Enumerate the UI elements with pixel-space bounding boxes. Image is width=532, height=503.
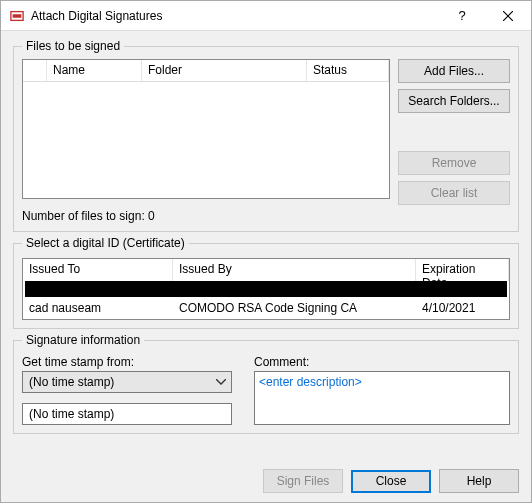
timestamp-combo-value: (No time stamp) — [29, 375, 114, 389]
signature-legend: Signature information — [22, 333, 144, 347]
files-groupbox: Files to be signed Name Folder Status Ad… — [13, 39, 519, 232]
close-icon — [503, 11, 513, 21]
dialog-content: Files to be signed Name Folder Status Ad… — [1, 31, 531, 460]
cert-col-expiration[interactable]: Expiration Date — [416, 259, 509, 281]
timestamp-label: Get time stamp from: — [22, 355, 232, 369]
cert-cell-issued-by: COMODO RSA Code Signing CA — [173, 299, 416, 317]
files-col-checkbox[interactable] — [23, 60, 47, 81]
remove-button: Remove — [398, 151, 510, 175]
certificate-legend: Select a digital ID (Certificate) — [22, 236, 189, 250]
chevron-down-icon — [214, 375, 228, 389]
files-list-header: Name Folder Status — [23, 60, 389, 82]
comment-label: Comment: — [254, 355, 510, 369]
comment-input[interactable]: <enter description> — [254, 371, 510, 425]
certificate-row[interactable]: cad nauseam COMODO RSA Code Signing CA 4… — [23, 297, 509, 319]
files-legend: Files to be signed — [22, 39, 124, 53]
files-side-buttons: Add Files... Search Folders... Remove Cl… — [398, 59, 510, 205]
timestamp-status-box: (No time stamp) — [22, 403, 232, 425]
signature-groupbox: Signature information Get time stamp fro… — [13, 333, 519, 434]
close-button[interactable]: Close — [351, 470, 431, 493]
search-folders-button[interactable]: Search Folders... — [398, 89, 510, 113]
files-list[interactable]: Name Folder Status — [22, 59, 390, 199]
help-footer-button[interactable]: Help — [439, 469, 519, 493]
svg-rect-1 — [13, 14, 22, 18]
cert-cell-expiration: 4/10/2021 — [416, 299, 509, 317]
add-files-button[interactable]: Add Files... — [398, 59, 510, 83]
cert-col-issued-to[interactable]: Issued To — [23, 259, 173, 281]
files-count: Number of files to sign: 0 — [22, 209, 510, 223]
sign-files-button: Sign Files — [263, 469, 343, 493]
titlebar: Attach Digital Signatures ? — [1, 1, 531, 31]
certificate-table[interactable]: Issued To Issued By Expiration Date cad … — [22, 258, 510, 320]
app-icon — [9, 8, 25, 24]
dialog-footer: Sign Files Close Help — [1, 460, 531, 502]
files-count-prefix: Number of files to sign: — [22, 209, 148, 223]
dialog-window: Attach Digital Signatures ? Files to be … — [0, 0, 532, 503]
cert-col-issued-by[interactable]: Issued By — [173, 259, 416, 281]
close-window-button[interactable] — [485, 1, 531, 31]
timestamp-combo[interactable]: (No time stamp) — [22, 371, 232, 393]
files-col-status[interactable]: Status — [307, 60, 389, 81]
help-button[interactable]: ? — [439, 1, 485, 31]
window-title: Attach Digital Signatures — [31, 9, 439, 23]
certificate-groupbox: Select a digital ID (Certificate) Issued… — [13, 236, 519, 329]
certificate-header: Issued To Issued By Expiration Date — [23, 259, 509, 281]
files-count-value: 0 — [148, 209, 155, 223]
clear-list-button: Clear list — [398, 181, 510, 205]
files-col-name[interactable]: Name — [47, 60, 142, 81]
cert-cell-issued-to: cad nauseam — [23, 299, 173, 317]
files-col-folder[interactable]: Folder — [142, 60, 307, 81]
comment-placeholder: <enter description> — [259, 375, 362, 389]
timestamp-status-text: (No time stamp) — [29, 407, 114, 421]
